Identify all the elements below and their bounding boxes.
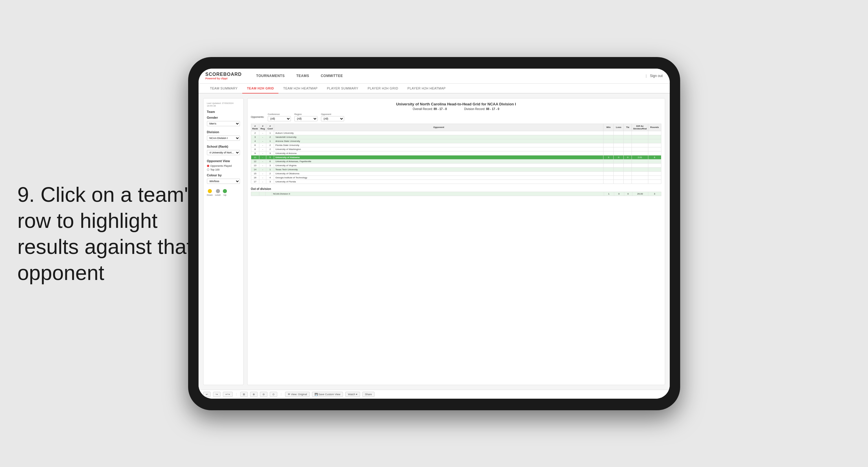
cell-diff <box>632 179 648 183</box>
cell-diff <box>632 147 648 151</box>
conference-select[interactable]: (All) <box>268 116 291 121</box>
division-select[interactable]: NCAA Division I <box>207 136 240 141</box>
grid-title: University of North Carolina Head-to-Hea… <box>251 102 661 106</box>
cell-reg: - <box>259 143 266 147</box>
col-header-diff: Diff AvStrokes/Rnd <box>632 124 648 131</box>
cell-opponent: Florida State University <box>274 143 603 147</box>
radio-opponents-played[interactable]: Opponents Played <box>207 165 240 167</box>
cell-diff <box>632 151 648 155</box>
cell-diff <box>632 143 648 147</box>
region-select[interactable]: (All) <box>294 116 317 121</box>
cell-win: 3 <box>603 155 614 159</box>
tablet-device: SCOREBOARD Powered by clippi TOURNAMENTS… <box>188 57 680 410</box>
cell-rank: 2 <box>251 131 259 135</box>
history-button[interactable]: ↩↪ <box>223 392 233 397</box>
zoom-out-button[interactable]: ⊖ <box>260 392 268 397</box>
cell-diff <box>632 131 648 135</box>
legend-level: Level <box>215 189 221 196</box>
cell-rounds <box>648 163 661 167</box>
cell-win <box>603 147 614 151</box>
table-row[interactable]: 6 - 2 Florida State University <box>251 143 661 147</box>
grid-button[interactable]: ⊞ <box>240 392 248 397</box>
cell-loss <box>614 179 624 183</box>
col-header-loss: Loss <box>614 124 624 131</box>
outer-container: 9. Click on a team's row to highlight re… <box>0 0 868 467</box>
cell-opponent: University of Oklahoma <box>274 171 603 175</box>
table-row[interactable]: 14 - 1 Texas Tech University <box>251 167 661 171</box>
share-button[interactable]: Share <box>362 392 374 397</box>
cell-rank: 3 <box>251 135 259 139</box>
sub-nav-player-summary[interactable]: PLAYER SUMMARY <box>322 84 363 93</box>
table-row[interactable]: 15 - 2 University of Oklahoma <box>251 171 661 175</box>
out-div-loss: 0 <box>614 192 624 196</box>
col-header-opponent: Opponent <box>274 124 603 131</box>
table-row[interactable]: 11 - 5 University of Alabama 3 0 0 2.61 … <box>251 155 661 159</box>
cell-opponent: University of Arizona <box>274 151 603 155</box>
radio-dot-unchecked <box>207 169 209 171</box>
logo-area: SCOREBOARD Powered by clippi <box>206 72 242 80</box>
fit-button[interactable]: ⊙ <box>270 392 277 397</box>
cell-conf: 3 <box>266 163 274 167</box>
cell-reg: - <box>259 147 266 151</box>
radio-top100[interactable]: Top 100 <box>207 168 240 171</box>
zoom-in-button[interactable]: ⊕ <box>250 392 257 397</box>
cell-conf: 1 <box>266 131 274 135</box>
cell-reg: - <box>259 163 266 167</box>
table-row[interactable]: 8 - 2 University of Washington <box>251 147 661 151</box>
colour-select[interactable]: Win/loss <box>207 179 240 184</box>
sub-nav-player-h2h-heatmap[interactable]: PLAYER H2H HEATMAP <box>403 84 451 93</box>
cell-rank: 8 <box>251 147 259 151</box>
cell-reg: - <box>259 159 266 163</box>
table-row[interactable]: 17 - 3 University of Florida <box>251 179 661 183</box>
cell-opponent: University of Alabama <box>274 155 603 159</box>
redo-button[interactable]: ↪ <box>213 392 221 397</box>
sub-nav-team-h2h-grid[interactable]: TEAM H2H GRID <box>242 84 278 93</box>
gender-select[interactable]: Men's <box>207 121 240 126</box>
out-of-div-row[interactable]: NCAA Division II 1 0 0 26.00 3 <box>251 192 661 196</box>
cell-rank: 16 <box>251 175 259 179</box>
cell-opponent: University of Florida <box>274 179 603 183</box>
nav-tournaments[interactable]: TOURNAMENTS <box>250 68 290 84</box>
cell-rounds <box>648 175 661 179</box>
cell-rank: 14 <box>251 167 259 171</box>
view-original-button[interactable]: 👁 View: Original <box>285 392 310 397</box>
sign-out-link[interactable]: Sign out <box>650 74 662 78</box>
sub-nav-team-summary[interactable]: TEAM SUMMARY <box>206 84 243 93</box>
sub-nav-team-h2h-heatmap[interactable]: TEAM H2H HEATMAP <box>278 84 322 93</box>
division-label: Division <box>207 130 240 134</box>
table-header-row: #Rank #Reg #Conf Opponent Win Loss Tie D… <box>251 124 661 131</box>
table-row[interactable]: 13 - 3 University of Virginia <box>251 163 661 167</box>
nav-committee[interactable]: COMMITTEE <box>315 68 349 84</box>
school-select[interactable]: 4 University of Nort... <box>207 150 240 155</box>
opponent-select[interactable]: (All) <box>321 116 344 121</box>
view-icon: 👁 <box>288 393 290 396</box>
table-row[interactable]: 2 - 1 Auburn University <box>251 131 661 135</box>
cell-reg: - <box>259 155 266 159</box>
watch-button[interactable]: Watch ▾ <box>345 392 360 397</box>
cell-rounds <box>648 179 661 183</box>
table-row[interactable]: 4 - 1 Arizona State University <box>251 139 661 143</box>
table-row[interactable]: 16 - 4 Georgia Institute of Technology <box>251 175 661 179</box>
school-label: School (Rank) <box>207 145 240 148</box>
cell-reg: - <box>259 135 266 139</box>
filter-row: Opponents: Conference (All) Region (All) <box>251 113 661 121</box>
sub-nav: TEAM SUMMARY TEAM H2H GRID TEAM H2H HEAT… <box>198 84 670 93</box>
table-row[interactable]: 3 - 2 Vanderbilt University <box>251 135 661 139</box>
cell-rounds <box>648 139 661 143</box>
out-div-conf <box>266 192 272 196</box>
cell-opponent: University of Virginia <box>274 163 603 167</box>
save-custom-view-button[interactable]: 💾 Save Custom View <box>312 392 343 397</box>
undo-button[interactable]: ↩ <box>203 392 211 397</box>
table-row[interactable]: 12 - 6 University of Arkansas, Fayettevi… <box>251 159 661 163</box>
division-record: Division Record: 88 - 17 - 0 <box>464 108 499 111</box>
cell-win <box>603 163 614 167</box>
cell-opponent: Auburn University <box>274 131 603 135</box>
tablet-screen: SCOREBOARD Powered by clippi TOURNAMENTS… <box>198 68 670 399</box>
overall-record: Overall Record: 89 - 17 - 0 <box>413 108 447 111</box>
cell-rank: 17 <box>251 179 259 183</box>
nav-teams[interactable]: TEAMS <box>290 68 315 84</box>
sub-nav-player-h2h-grid[interactable]: PLAYER H2H GRID <box>363 84 403 93</box>
cell-conf: 2 <box>266 147 274 151</box>
out-of-division-section: Out of division NCAA Division II 1 <box>251 187 661 196</box>
table-row[interactable]: 9 - 3 University of Arizona <box>251 151 661 155</box>
